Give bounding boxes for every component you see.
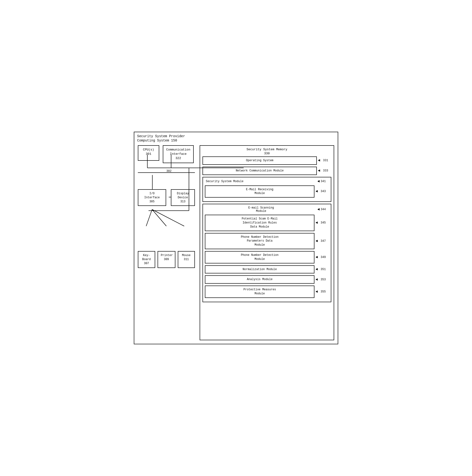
scan-ref: 344 [321, 208, 329, 211]
email-recv-module: E-Mail Receiving Module [205, 186, 314, 198]
io-box: I/O Interface 305 [138, 189, 166, 206]
keyboard-box: Key- Board 307 [138, 251, 155, 268]
outer-title: Security System Provider Computing Syste… [137, 134, 185, 143]
norm-arrow: ◄ [315, 267, 318, 272]
ncm-row: Network Communication Module ◄ 333 [202, 167, 331, 175]
page-container: Security System Provider Computing Syste… [129, 127, 343, 349]
analysis-row: Analysis Module ◄ 353 [205, 275, 329, 284]
pndp-module: Phone Number Detection Parameters Data M… [205, 233, 314, 249]
scam-row: Potential Scam E-Mail Identification Rul… [205, 215, 329, 231]
pndp-row: Phone Number Detection Parameters Data M… [205, 233, 329, 249]
ssm-ref: 341 [321, 180, 329, 183]
bottom-devices: Key- Board 307 Printer 309 Mouse 311 [138, 251, 195, 268]
main-layout: CPU(s) 301 Communication Interface 322 3… [138, 145, 334, 340]
fan-svg [138, 207, 197, 236]
svg-line-2 [152, 209, 184, 226]
line-302-area: 302 [138, 169, 195, 176]
middle-row: I/O Interface 305 Display Device 313 [138, 189, 195, 206]
scan-header: E-mail Scanning Module ◄ 344 [205, 206, 329, 213]
pndp-arrow: ◄ [315, 239, 318, 243]
os-module: Operating System [202, 156, 317, 165]
protective-arrow: ◄ [315, 289, 318, 294]
os-arrow: ◄ [318, 158, 320, 163]
fan-lines-area [138, 209, 195, 233]
svg-line-1 [152, 209, 166, 226]
pnd-arrow: ◄ [315, 255, 318, 259]
ncm-arrow: ◄ [318, 169, 320, 173]
memory-box: Security System Memory 330 Operating Sys… [200, 145, 334, 340]
email-recv-row: E-Mail Receiving Module ◄ 343 [205, 186, 329, 198]
scan-outer-box: E-mail Scanning Module ◄ 344 Potential S… [202, 204, 331, 302]
analysis-arrow: ◄ [315, 277, 318, 282]
cpu-box: CPU(s) 301 [138, 145, 159, 161]
vert-line-left [152, 175, 153, 189]
scan-title: E-mail Scanning Module [205, 206, 317, 213]
ssm-arrow: ◄ [317, 179, 320, 184]
ssm-header: Security System Module ◄ 341 [205, 179, 329, 184]
printer-box: Printer 309 [158, 251, 175, 268]
display-box: Display Device 313 [171, 189, 195, 206]
protective-row: Protective Measures Module ◄ 355 [205, 286, 329, 298]
io-display-line [169, 197, 171, 197]
email-recv-arrow: ◄ [315, 189, 318, 194]
scam-arrow: ◄ [315, 221, 318, 225]
scan-arrow: ◄ [317, 207, 320, 212]
outer-box: Security System Provider Computing Syste… [134, 132, 338, 344]
scam-module: Potential Scam E-Mail Identification Rul… [205, 215, 314, 231]
norm-module: Normalization Module [205, 265, 314, 274]
protective-module: Protective Measures Module [205, 286, 314, 298]
memory-title: Security System Memory 330 [200, 148, 334, 156]
pnd-module: Phone Number Detection Module [205, 251, 314, 263]
ssm-title: Security System Module [205, 180, 317, 183]
mouse-box: Mouse 311 [178, 251, 195, 268]
label-302: 302 [166, 170, 172, 173]
svg-line-0 [146, 209, 152, 226]
os-row: Operating System ◄ 331 [202, 156, 331, 165]
left-column: CPU(s) 301 Communication Interface 322 3… [138, 145, 195, 340]
norm-row: Normalization Module ◄ 351 [205, 265, 329, 274]
pnd-row: Phone Number Detection Module ◄ 349 [205, 251, 329, 263]
ncm-module: Network Communication Module [202, 167, 317, 175]
right-column: Security System Memory 330 Operating Sys… [200, 145, 334, 340]
top-row: CPU(s) 301 Communication Interface 322 [138, 145, 195, 163]
analysis-module: Analysis Module [205, 275, 314, 284]
comm-box: Communication Interface 322 [163, 145, 194, 163]
ssm-outer-box: Security System Module ◄ 341 E-Mail Rece… [202, 177, 331, 202]
